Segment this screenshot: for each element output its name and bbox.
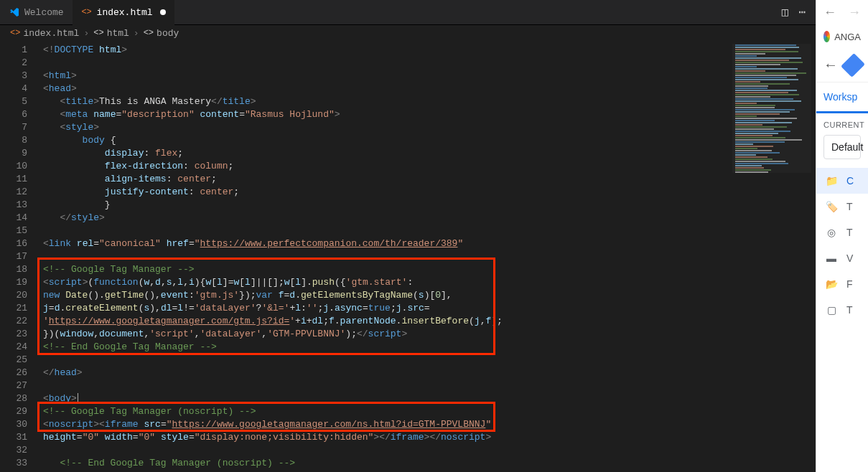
- breadcrumb-seg1[interactable]: html: [107, 28, 129, 39]
- breadcrumb-file[interactable]: index.html: [23, 28, 79, 39]
- nav-label: C: [846, 175, 854, 187]
- minimap[interactable]: [732, 44, 811, 173]
- tab-workspace[interactable]: Worksp: [816, 82, 868, 113]
- chevron-right-icon: ›: [132, 28, 141, 39]
- nav-icon: ▬: [825, 252, 838, 264]
- workspace-select[interactable]: Default: [823, 135, 861, 159]
- line-number: 4: [0, 82, 27, 95]
- code-line[interactable]: }: [43, 199, 816, 212]
- code-line[interactable]: <head>: [43, 82, 816, 95]
- dirty-indicator-icon: [160, 9, 166, 15]
- code-line[interactable]: body {: [43, 134, 816, 147]
- code-line[interactable]: [43, 225, 816, 237]
- line-number: 1: [0, 44, 27, 57]
- file-tab-label: index.html: [97, 7, 153, 18]
- code-line[interactable]: [43, 379, 816, 392]
- line-number: 15: [0, 225, 27, 237]
- nav-icon: 📂: [825, 278, 838, 290]
- more-actions-icon[interactable]: ⋯: [798, 5, 806, 19]
- element-icon: <>: [144, 28, 154, 38]
- code-line[interactable]: [43, 57, 816, 70]
- brand-icon: [823, 31, 830, 42]
- code-line[interactable]: <link rel="canonical" href="https://www.…: [43, 237, 816, 250]
- split-editor-icon[interactable]: ◫: [782, 5, 789, 19]
- line-number: 11: [0, 173, 27, 186]
- line-number: 3: [0, 70, 27, 82]
- code-line[interactable]: <meta name="description" content="Rasmus…: [43, 108, 816, 121]
- code-line[interactable]: </style>: [43, 212, 816, 225]
- code-line[interactable]: <body>: [43, 392, 816, 405]
- welcome-tab[interactable]: Welcome: [0, 0, 73, 25]
- html-file-icon: <>: [10, 28, 20, 38]
- line-number: 8: [0, 134, 27, 147]
- chevron-right-icon: ›: [82, 28, 90, 39]
- code-line[interactable]: <!-- Google Tag Manager (noscript) -->: [43, 405, 816, 418]
- code-line[interactable]: <noscript><iframe src="https://www.googl…: [43, 418, 816, 431]
- nav-icon: ▢: [825, 304, 838, 316]
- line-number: 18: [0, 263, 27, 276]
- code-line[interactable]: })(window,document,'script','dataLayer',…: [43, 328, 816, 341]
- code-line[interactable]: </head>: [43, 367, 816, 379]
- brand-row: ANGA: [816, 25, 868, 48]
- back-icon[interactable]: ←: [823, 57, 838, 73]
- line-number: 16: [0, 237, 27, 250]
- line-number: 27: [0, 379, 27, 392]
- line-number: 19: [0, 276, 27, 289]
- nav-label: T: [846, 227, 853, 238]
- code-line[interactable]: <script>(function(w,d,s,l,i){w[l]=w[l]||…: [43, 276, 816, 289]
- line-number: 17: [0, 250, 27, 263]
- editor-area[interactable]: 1234567891011121314151617181920212223242…: [0, 41, 816, 472]
- code-line[interactable]: align-items: center;: [43, 173, 816, 186]
- line-number: 13: [0, 199, 27, 212]
- line-number: 7: [0, 121, 27, 134]
- code-line[interactable]: <style>: [43, 121, 816, 134]
- brand-label: ANGA: [834, 32, 861, 42]
- code-line[interactable]: <!-- End Google Tag Manager -->: [43, 341, 816, 354]
- line-number: 23: [0, 328, 27, 341]
- line-number: 24: [0, 341, 27, 354]
- line-number: 33: [0, 457, 27, 470]
- side-top-bar: ← →: [816, 0, 868, 25]
- forward-arrow-icon[interactable]: →: [848, 5, 861, 20]
- code-line[interactable]: 'https://www.googletagmanager.com/gtm.js…: [43, 315, 816, 328]
- code-line[interactable]: <!-- End Google Tag Manager (noscript) -…: [43, 457, 816, 470]
- side-header: ←: [816, 48, 868, 82]
- line-number: 22: [0, 315, 27, 328]
- code-line[interactable]: <title>This is ANGA Mastery</title>: [43, 95, 816, 108]
- back-arrow-icon[interactable]: ←: [823, 5, 836, 20]
- code-line[interactable]: justify-content: center;: [43, 186, 816, 199]
- code-line[interactable]: flex-direction: column;: [43, 160, 816, 173]
- breadcrumb-seg2[interactable]: body: [157, 28, 179, 39]
- file-tab[interactable]: <> index.html: [73, 0, 174, 25]
- line-number: 30: [0, 418, 27, 431]
- line-number: 2: [0, 57, 27, 70]
- breadcrumb[interactable]: <> index.html › <> html › <> body: [0, 25, 816, 41]
- code-line[interactable]: j=d.createElement(s),dl=l!='dataLayer'?'…: [43, 302, 816, 315]
- code-content[interactable]: <!DOCTYPE html><html><head> <title>This …: [39, 41, 816, 472]
- nav-variables[interactable]: ▬V: [816, 245, 868, 271]
- code-line[interactable]: height="0" width="0" style="display:none…: [43, 431, 816, 444]
- nav-containers[interactable]: 📁C: [816, 168, 868, 194]
- nav-label: V: [846, 252, 853, 264]
- line-number: 9: [0, 147, 27, 160]
- line-number: 5: [0, 95, 27, 108]
- nav-templates[interactable]: ▢T: [816, 297, 868, 323]
- line-number: 12: [0, 186, 27, 199]
- code-line[interactable]: new Date().getTime(),event:'gtm.js'});va…: [43, 289, 816, 302]
- code-line[interactable]: [43, 354, 816, 367]
- line-number: 21: [0, 302, 27, 315]
- line-number: 6: [0, 108, 27, 121]
- nav-triggers[interactable]: ◎T: [816, 220, 868, 245]
- line-number: 32: [0, 444, 27, 457]
- code-line[interactable]: display: flex;: [43, 147, 816, 160]
- code-line[interactable]: <!DOCTYPE html>: [43, 44, 816, 57]
- nav-tags[interactable]: 🏷️T: [816, 194, 868, 220]
- code-line[interactable]: <!-- Google Tag Manager -->: [43, 263, 816, 276]
- line-number: 26: [0, 367, 27, 379]
- code-line[interactable]: <html>: [43, 70, 816, 82]
- code-line[interactable]: [43, 444, 816, 457]
- code-line[interactable]: [43, 250, 816, 263]
- nav-folders[interactable]: 📂F: [816, 271, 868, 297]
- welcome-tab-label: Welcome: [24, 7, 64, 18]
- line-number: 25: [0, 354, 27, 367]
